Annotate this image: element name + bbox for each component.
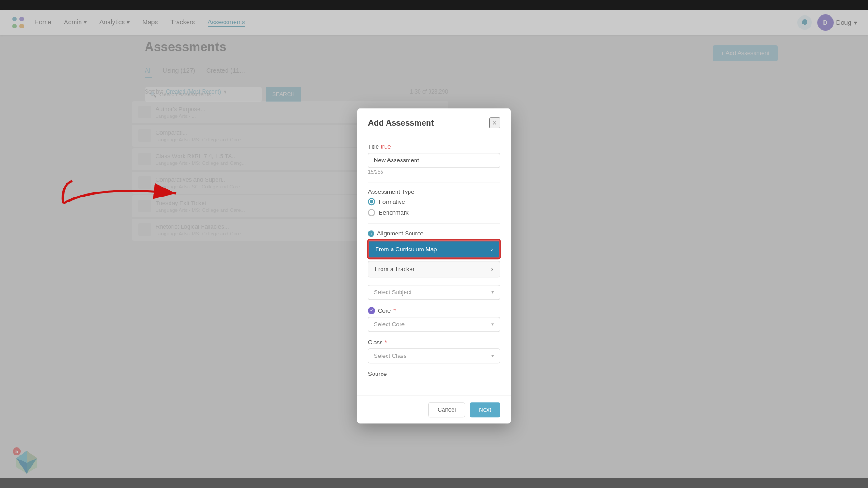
title-form-group: Title true 15/255: [368, 143, 500, 174]
assessment-type-label: Assessment Type: [368, 188, 500, 195]
subject-chevron-icon: ▾: [491, 289, 494, 295]
alignment-source-label: i Alignment Source: [368, 230, 500, 237]
char-count: 15/255: [368, 169, 500, 174]
class-label: Class *: [368, 339, 500, 346]
cancel-button[interactable]: Cancel: [428, 402, 465, 417]
assessment-type-radio-group: Formative Benchmark: [368, 198, 500, 216]
title-required-star: true: [381, 143, 391, 150]
radio-benchmark-circle: [368, 209, 375, 216]
class-required-star: *: [385, 339, 387, 346]
modal-body: Title true 15/255 Assessment Type Format…: [357, 136, 511, 392]
core-chevron-icon: ▾: [491, 321, 494, 327]
divider-2: [368, 223, 500, 224]
top-bar: [0, 0, 868, 10]
core-required-star: *: [393, 307, 396, 314]
title-label: Title true: [368, 143, 500, 150]
title-input[interactable]: [368, 153, 500, 168]
tracker-arrow-icon: ›: [491, 266, 493, 272]
core-form-group: ✓ Core * Select Core ▾: [368, 307, 500, 332]
class-chevron-icon: ▾: [491, 353, 494, 359]
core-label: ✓ Core *: [368, 307, 500, 314]
modal-footer: Cancel Next: [357, 395, 511, 423]
modal-close-button[interactable]: ×: [489, 117, 500, 128]
from-tracker-button[interactable]: From a Tracker ›: [368, 261, 500, 277]
curriculum-map-arrow-icon: ›: [491, 246, 493, 253]
assessment-type-group: Assessment Type Formative Benchmark: [368, 188, 500, 216]
next-button[interactable]: Next: [470, 402, 500, 417]
alignment-source-group: i Alignment Source From a Curriculum Map…: [368, 230, 500, 277]
radio-formative[interactable]: Formative: [368, 198, 500, 205]
modal-title: Add Assessment: [368, 118, 434, 128]
radio-formative-circle: [368, 198, 375, 205]
subject-form-group: Select Subject ▾: [368, 285, 500, 300]
divider-1: [368, 182, 500, 182]
core-icon: ✓: [368, 307, 375, 314]
class-form-group: Class * Select Class ▾: [368, 339, 500, 363]
modal-header: Add Assessment ×: [357, 108, 511, 136]
radio-benchmark[interactable]: Benchmark: [368, 209, 500, 216]
core-dropdown[interactable]: Select Core ▾: [368, 317, 500, 332]
class-dropdown[interactable]: Select Class ▾: [368, 348, 500, 363]
source-label: Source: [368, 371, 500, 377]
from-curriculum-map-button[interactable]: From a Curriculum Map ›: [368, 240, 500, 258]
subject-dropdown[interactable]: Select Subject ▾: [368, 285, 500, 300]
alignment-info-icon: i: [368, 230, 374, 237]
add-assessment-modal: Add Assessment × Title true 15/255 Asses…: [357, 108, 511, 423]
source-form-group: Source: [368, 371, 500, 377]
